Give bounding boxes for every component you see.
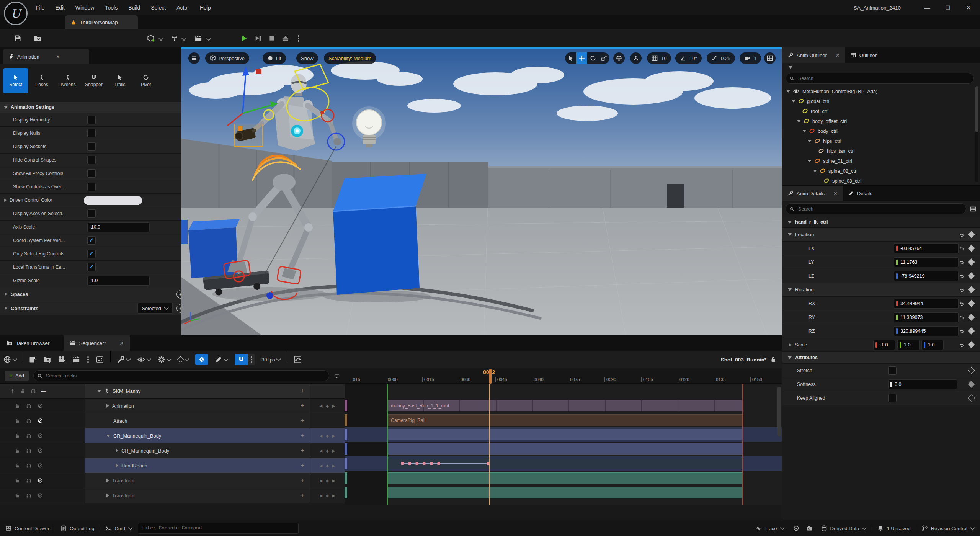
collapse-icon[interactable] xyxy=(813,170,817,172)
close-icon[interactable]: ✕ xyxy=(119,340,124,346)
add-section-icon[interactable]: + xyxy=(301,492,310,499)
track-skm-manny[interactable]: — SKM_Manny + xyxy=(0,384,345,399)
chevron-down-icon[interactable] xyxy=(206,36,211,41)
expand-icon[interactable] xyxy=(106,404,109,408)
mute-icon[interactable] xyxy=(38,448,43,453)
tool-tweens[interactable]: Tweens xyxy=(55,68,80,93)
console-input[interactable] xyxy=(138,523,299,534)
track-attach[interactable]: Attach + xyxy=(0,413,345,428)
select-tool-button[interactable] xyxy=(565,52,576,64)
actor-sequence-icon[interactable] xyxy=(96,356,104,363)
lock-icon[interactable] xyxy=(15,418,20,423)
screenshot-mode-icon[interactable] xyxy=(793,525,799,531)
animation-settings-header[interactable]: Animation Settings xyxy=(0,102,188,113)
checkbox[interactable] xyxy=(87,183,96,191)
mute-icon[interactable] xyxy=(38,403,43,409)
move-tool-button[interactable] xyxy=(576,52,587,64)
gizmo-scale-input[interactable]: 1.0 xyxy=(87,276,150,286)
add-section-icon[interactable]: + xyxy=(301,417,310,425)
headphones-icon[interactable] xyxy=(26,418,31,423)
tool-poses[interactable]: Poses xyxy=(29,68,54,93)
close-button[interactable]: ✕ xyxy=(961,2,976,13)
checkbox[interactable] xyxy=(87,129,96,137)
keyframe-dot[interactable] xyxy=(430,462,433,465)
transform-section-1[interactable] xyxy=(387,472,743,484)
collapse-icon[interactable] xyxy=(106,435,110,437)
details-view-options-icon[interactable] xyxy=(970,206,976,212)
content-browser-icon[interactable] xyxy=(34,34,41,42)
play-icon[interactable] xyxy=(240,34,248,42)
surface-snap-button[interactable] xyxy=(630,52,642,64)
reset-icon[interactable] xyxy=(959,315,964,320)
reset-icon[interactable] xyxy=(959,328,964,334)
headphones-icon[interactable] xyxy=(26,463,31,468)
keyframe-icon[interactable] xyxy=(968,327,975,334)
handreach-section[interactable] xyxy=(387,458,743,469)
headphones-icon[interactable] xyxy=(26,403,31,409)
reset-icon[interactable] xyxy=(959,246,964,251)
tab-animation[interactable]: Animation ✕ xyxy=(3,49,89,64)
tree-item[interactable]: MetaHuman_ControlRig (BP_Ada) xyxy=(782,86,980,96)
keyframe-options-dropdown[interactable] xyxy=(175,351,192,368)
menu-actor[interactable]: Actor xyxy=(171,0,194,15)
tab-takes-browser[interactable]: Takes Browser xyxy=(0,335,56,351)
cr-body-section[interactable] xyxy=(387,429,743,440)
scale-y-input[interactable]: 1.0 xyxy=(897,340,920,350)
scale-x-input[interactable]: -1.0 xyxy=(873,340,895,350)
keyframe-dot[interactable] xyxy=(408,462,411,465)
cmd-dropdown[interactable]: Cmd xyxy=(100,520,137,536)
keyframe-icon[interactable] xyxy=(968,394,975,401)
mute-icon[interactable] xyxy=(38,493,43,498)
tree-item[interactable]: root_ctrl xyxy=(782,106,980,116)
blueprints-icon[interactable] xyxy=(172,36,178,42)
stop-icon[interactable] xyxy=(268,34,276,42)
camera-speed-button[interactable]: 1 xyxy=(740,52,761,64)
softness-input[interactable]: 0.0 xyxy=(888,379,957,389)
track-cr-mannequin-body[interactable]: CR_Mannequin_Body + ◀◆▶ xyxy=(0,428,345,443)
lock-icon[interactable] xyxy=(15,493,20,498)
add-section-icon[interactable]: + xyxy=(301,447,310,454)
content-drawer-button[interactable]: Content Drawer xyxy=(0,520,55,536)
eye-icon[interactable] xyxy=(793,88,799,94)
close-icon[interactable]: ✕ xyxy=(56,54,60,60)
lock-icon[interactable] xyxy=(15,463,20,468)
unreal-logo[interactable]: U xyxy=(4,2,28,25)
kebab-icon[interactable] xyxy=(87,356,89,363)
headphones-icon[interactable] xyxy=(26,448,31,453)
lx-input[interactable]: -0.845764 xyxy=(894,243,959,253)
eject-icon[interactable] xyxy=(282,34,289,42)
chevron-down-icon[interactable] xyxy=(181,36,186,41)
playback-options-dropdown[interactable] xyxy=(154,351,175,368)
menu-edit[interactable]: Edit xyxy=(50,0,70,15)
snap-options-kebab-icon[interactable] xyxy=(251,356,252,363)
sequencer-settings-dropdown[interactable] xyxy=(114,351,134,368)
pin-icon[interactable] xyxy=(10,388,15,394)
outliner-collapse-icon[interactable] xyxy=(789,66,792,69)
camera-capture-icon[interactable] xyxy=(806,525,812,531)
unsaved-indicator[interactable]: 1 Unsaved xyxy=(872,520,916,536)
keyframe-icon[interactable] xyxy=(968,341,975,348)
keyframe-dot[interactable] xyxy=(401,462,404,465)
edit-mode-dropdown[interactable] xyxy=(211,351,232,368)
tab-details[interactable]: Details xyxy=(843,186,878,201)
keyframe-icon[interactable] xyxy=(968,300,975,307)
keyframe-icon[interactable] xyxy=(968,231,975,238)
details-search-input[interactable] xyxy=(797,206,962,212)
track-animation[interactable]: Animation + ◀◆▶ xyxy=(0,399,345,413)
view-options-dropdown[interactable] xyxy=(134,351,154,368)
tool-snapper[interactable]: Snapper xyxy=(81,68,106,93)
lock-icon[interactable] xyxy=(20,388,26,394)
ry-input[interactable]: 11.339073 xyxy=(894,312,959,322)
fps-dropdown[interactable]: 30 fps xyxy=(258,351,284,368)
curve-editor-icon[interactable] xyxy=(294,356,302,363)
outliner-scrollbar[interactable] xyxy=(975,86,978,182)
track-cr-mannequin-body-child[interactable]: CR_Mannequin_Body + ◀◆▶ xyxy=(0,443,345,458)
derived-data-dropdown[interactable]: Derived Data xyxy=(816,520,872,536)
reset-icon[interactable] xyxy=(959,232,964,237)
tree-item[interactable]: spine_03_ctrl xyxy=(782,176,980,185)
keyframe-dot[interactable] xyxy=(437,462,440,465)
collapse-icon[interactable] xyxy=(97,390,101,392)
play-options-kebab-icon[interactable] xyxy=(298,35,299,42)
snap-toggle-button[interactable] xyxy=(235,354,248,365)
show-dropdown[interactable]: Show xyxy=(296,52,318,64)
